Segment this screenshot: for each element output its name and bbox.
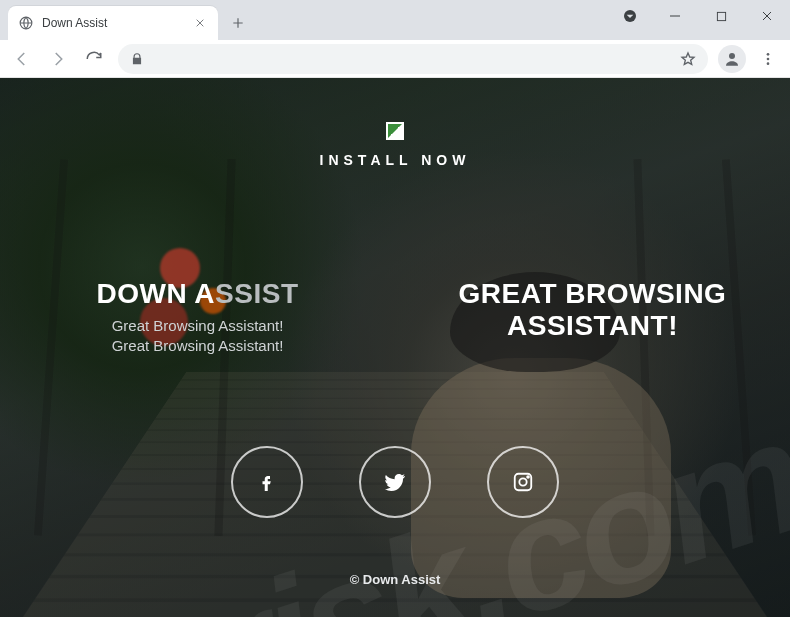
kebab-menu-icon[interactable] — [752, 43, 784, 75]
install-now-link[interactable]: INSTALL NOW — [0, 152, 790, 168]
product-title-strong: DOWN A — [96, 278, 215, 309]
svg-rect-2 — [717, 12, 725, 20]
globe-icon — [18, 15, 34, 31]
instagram-button[interactable] — [487, 446, 559, 518]
twitter-button[interactable] — [359, 446, 431, 518]
lock-icon — [130, 52, 144, 66]
bookmark-icon[interactable] — [680, 51, 696, 67]
close-icon[interactable] — [192, 15, 208, 31]
svg-point-4 — [767, 53, 770, 56]
browser-titlebar: Down Assist — [0, 0, 790, 40]
reload-button[interactable] — [78, 43, 110, 75]
forward-button[interactable] — [42, 43, 74, 75]
svg-point-6 — [767, 62, 770, 65]
svg-point-5 — [767, 57, 770, 60]
twitter-icon — [383, 470, 407, 494]
broken-image-icon — [386, 122, 404, 140]
address-bar[interactable] — [118, 44, 708, 74]
notification-icon[interactable] — [618, 4, 642, 28]
headline-text: GREAT BROWSING ASSISTANT! — [421, 278, 764, 342]
svg-point-3 — [729, 53, 735, 59]
window-maximize-button[interactable] — [698, 0, 744, 32]
tab-title: Down Assist — [42, 16, 184, 30]
facebook-button[interactable] — [231, 446, 303, 518]
product-title: DOWN ASSIST — [26, 278, 369, 310]
new-tab-button[interactable] — [224, 9, 252, 37]
footer-copyright: © Down Assist — [0, 572, 790, 587]
svg-point-8 — [519, 478, 526, 485]
window-minimize-button[interactable] — [652, 0, 698, 32]
product-title-rest: SSIST — [215, 278, 298, 309]
back-button[interactable] — [6, 43, 38, 75]
browser-tab[interactable]: Down Assist — [8, 6, 218, 40]
url-input[interactable] — [154, 51, 670, 66]
window-close-button[interactable] — [744, 0, 790, 32]
instagram-icon — [512, 471, 534, 493]
page-content: risk.com INSTALL NOW DOWN ASSIST Great B… — [0, 78, 790, 617]
svg-point-9 — [527, 476, 529, 478]
product-subtitle: Great Browsing Assistant! Great Browsing… — [26, 316, 369, 357]
profile-avatar[interactable] — [718, 45, 746, 73]
browser-toolbar — [0, 40, 790, 78]
facebook-icon — [258, 469, 276, 495]
